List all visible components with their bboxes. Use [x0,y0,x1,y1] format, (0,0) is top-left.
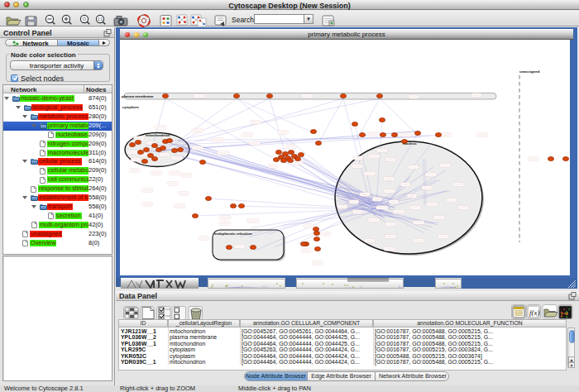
svg-text:unassigned: unassigned [519,69,540,74]
svg-text:nucleus: nucleus [403,141,417,146]
svg-text:cytoplasm: cytoplasm [122,105,139,109]
svg-text:plasma membrane: plasma membrane [122,94,154,98]
svg-text:mitochondrion: mitochondrion [146,133,170,137]
svg-text:endoplasmic reticulum: endoplasmic reticulum [214,232,252,236]
svg-text:1:1: 1:1 [98,17,103,22]
svg-text:f(x): f(x) [529,308,540,317]
